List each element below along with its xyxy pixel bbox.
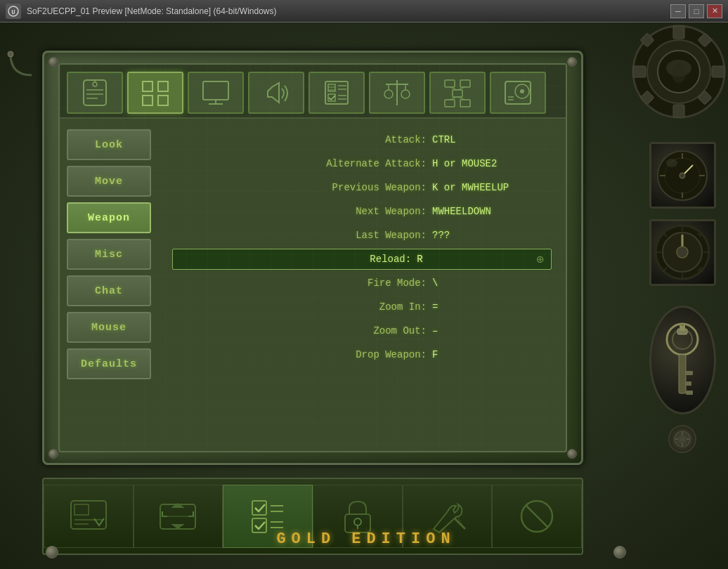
binding-name-drop-weapon: Drop Weapon: [179, 349, 427, 360]
close-button[interactable]: ✕ [707, 4, 722, 18]
svg-rect-4 [673, 26, 684, 39]
binding-prev-weapon[interactable]: Previous Weapon: K or MWHEELUP [172, 177, 552, 198]
svg-rect-15 [84, 80, 106, 105]
svg-line-77 [526, 505, 548, 528]
corner-tl-deco [7, 51, 35, 79]
binding-fire-mode[interactable]: Fire Mode: \ [172, 273, 552, 294]
svg-rect-24 [158, 96, 168, 105]
binding-zoom-out[interactable]: Zoom Out: – [172, 320, 552, 341]
bolt-bottom-right [613, 546, 626, 558]
svg-rect-22 [158, 81, 168, 91]
minimize-button[interactable]: ─ [670, 4, 686, 18]
binding-drop-weapon[interactable]: Drop Weapon: F [172, 344, 552, 365]
screw-tl [48, 57, 58, 67]
svg-rect-45 [453, 90, 462, 97]
dial-knob-2 [649, 219, 716, 286]
nav-chat[interactable]: Chat [67, 275, 151, 306]
svg-rect-66 [252, 518, 266, 532]
binding-last-weapon[interactable]: Last Weapon: ??? [172, 225, 552, 246]
bottom-btn-move[interactable] [134, 485, 223, 548]
svg-rect-43 [445, 80, 455, 87]
nav-look[interactable]: Look [67, 129, 151, 160]
binding-reload[interactable]: Reload: R ⊕ [172, 249, 552, 270]
titlebar-left: U SoF2UECPP_01 Preview [NetMode: Standal… [6, 4, 277, 19]
binding-value-zoom-out: – [432, 325, 545, 336]
gold-letter-l: L [306, 530, 317, 548]
ue-logo: U [6, 4, 21, 19]
main-panel: Look Move Weapon Misc Chat Mouse Default… [42, 51, 583, 465]
binding-zoom-in[interactable]: Zoom In: = [172, 296, 552, 318]
svg-point-16 [93, 82, 97, 86]
binding-name-zoom-in: Zoom In: [179, 301, 427, 313]
right-decorations [644, 44, 721, 453]
tab-checklist[interactable] [308, 72, 365, 114]
binding-alt-attack[interactable]: Alternate Attack: H or MOUSE2 [172, 153, 552, 174]
svg-rect-23 [143, 96, 152, 105]
binding-name-prev-weapon: Previous Weapon: [179, 182, 427, 193]
key-plug-decoration [649, 306, 716, 414]
gold-letter-d2: D [366, 530, 377, 548]
svg-rect-106 [680, 325, 682, 331]
nav-defaults[interactable]: Defaults [67, 348, 151, 379]
nav-move[interactable]: Move [67, 166, 151, 197]
svg-point-113 [8, 51, 13, 57]
svg-rect-65 [252, 501, 266, 515]
tab-monitor[interactable] [188, 72, 244, 114]
binding-value-last-weapon: ??? [432, 230, 545, 241]
binding-name-next-weapon: Next Weapon: [179, 206, 427, 217]
gold-letter-o: O [292, 530, 302, 548]
bolt-bottom-left [46, 546, 58, 558]
binding-name-last-weapon: Last Weapon: [179, 230, 427, 241]
tab-blocks[interactable] [127, 72, 183, 114]
binding-value-attack: CTRL [432, 134, 545, 145]
nav-mouse[interactable]: Mouse [67, 312, 151, 343]
restore-button[interactable]: □ [689, 4, 704, 18]
binding-value-zoom-in: = [432, 301, 545, 313]
bottom-btn-cancel[interactable] [492, 485, 582, 548]
svg-point-85 [680, 173, 685, 178]
key-bindings-panel: Attack: CTRL Alternate Attack: H or MOUS… [158, 119, 566, 442]
tab-disc[interactable] [490, 72, 546, 114]
binding-attack[interactable]: Attack: CTRL [172, 129, 552, 150]
screw-bl [48, 449, 58, 459]
svg-rect-102 [686, 371, 693, 375]
svg-rect-52 [505, 81, 531, 104]
svg-marker-64 [171, 524, 185, 529]
tab-network[interactable] [429, 72, 486, 114]
tab-sound[interactable] [248, 72, 304, 114]
gold-edition-text: G O L D E D I T I O N [276, 530, 451, 548]
tab-balance[interactable] [369, 72, 425, 114]
svg-text:U: U [11, 9, 15, 16]
svg-rect-44 [460, 80, 470, 87]
svg-point-86 [666, 159, 677, 167]
binding-value-alt-attack: H or MOUSE2 [432, 158, 545, 169]
screen-area: Look Move Weapon Misc Chat Mouse Default… [58, 63, 567, 452]
svg-rect-101 [679, 355, 686, 393]
left-nav: Look Move Weapon Misc Chat Mouse Default… [60, 119, 158, 442]
gold-letter-d: D [321, 530, 332, 548]
svg-point-90 [677, 247, 688, 258]
binding-name-attack: Attack: [179, 134, 427, 145]
content-area: Look Move Weapon Misc Chat Mouse Default… [60, 119, 566, 442]
binding-value-next-weapon: MWHEELDOWN [432, 206, 545, 217]
nav-misc[interactable]: Misc [67, 239, 151, 270]
binding-value-reload: R [417, 254, 529, 265]
binding-name-zoom-out: Zoom Out: [179, 325, 427, 336]
bottom-circle-deco [668, 425, 696, 453]
bottom-btn-download[interactable] [44, 485, 134, 548]
svg-point-39 [384, 90, 393, 98]
svg-point-54 [520, 89, 524, 93]
binding-next-weapon[interactable]: Next Weapon: MWHEELDOWN [172, 201, 552, 222]
gold-letter-t: T [396, 530, 407, 548]
svg-rect-71 [345, 514, 370, 532]
gold-letter-i: I [382, 530, 392, 548]
gauge-dial-1 [649, 142, 716, 209]
titlebar-buttons: ─ □ ✕ [670, 4, 722, 18]
svg-rect-103 [686, 381, 691, 386]
tab-dogtag[interactable] [67, 72, 123, 114]
gold-letter-g: G [276, 530, 287, 548]
nav-weapon[interactable]: Weapon [67, 202, 151, 233]
svg-point-72 [354, 518, 361, 525]
svg-rect-58 [74, 504, 89, 515]
binding-value-fire-mode: \ [432, 277, 545, 289]
